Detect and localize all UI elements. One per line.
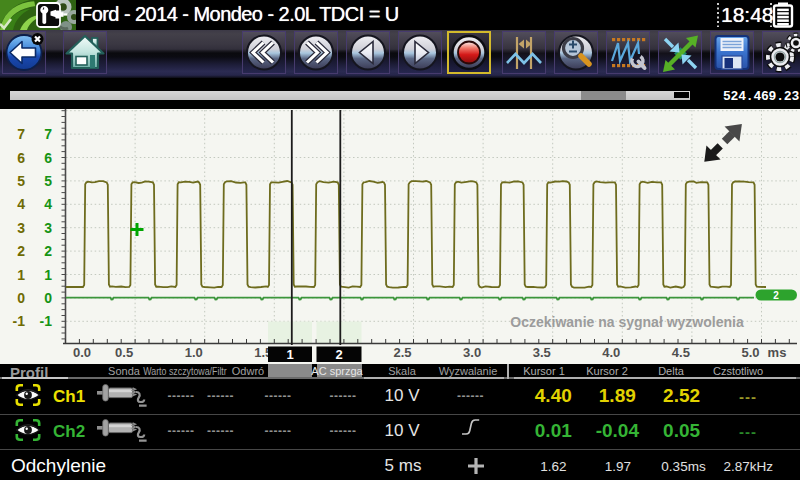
svg-text:0: 0: [44, 290, 52, 306]
svg-text:4: 4: [44, 196, 52, 212]
svg-text:2.5: 2.5: [393, 345, 411, 360]
svg-text:7: 7: [17, 126, 25, 142]
svg-text:3.0: 3.0: [463, 345, 481, 360]
svg-text:1: 1: [17, 267, 25, 283]
svg-text:1: 1: [44, 267, 52, 283]
svg-text:0: 0: [17, 290, 25, 306]
svg-text:0.5: 0.5: [115, 345, 133, 360]
svg-text:5: 5: [17, 173, 25, 189]
svg-text:2: 2: [44, 243, 52, 259]
svg-text:0.0: 0.0: [73, 345, 91, 360]
svg-text:-1: -1: [13, 313, 26, 329]
svg-text:2: 2: [773, 290, 779, 301]
svg-text:1: 1: [286, 347, 293, 362]
svg-text:1.0: 1.0: [185, 345, 203, 360]
svg-text:ms: ms: [768, 345, 787, 360]
svg-text:3: 3: [44, 220, 52, 236]
svg-text:-1: -1: [40, 313, 53, 329]
svg-text:4.0: 4.0: [602, 345, 620, 360]
svg-text:2: 2: [335, 347, 342, 362]
svg-text:7: 7: [44, 126, 52, 142]
svg-text:2: 2: [17, 243, 25, 259]
svg-text:Oczekiwanie na sygnał wyzwolen: Oczekiwanie na sygnał wyzwolenia: [510, 314, 744, 330]
svg-text:4: 4: [17, 196, 25, 212]
svg-text:6: 6: [44, 150, 52, 166]
svg-text:6: 6: [17, 150, 25, 166]
svg-text:5.0: 5.0: [741, 345, 759, 360]
svg-text:4.5: 4.5: [672, 345, 690, 360]
svg-text:3: 3: [17, 220, 25, 236]
svg-text:5: 5: [44, 173, 52, 189]
svg-text:3.5: 3.5: [533, 345, 551, 360]
